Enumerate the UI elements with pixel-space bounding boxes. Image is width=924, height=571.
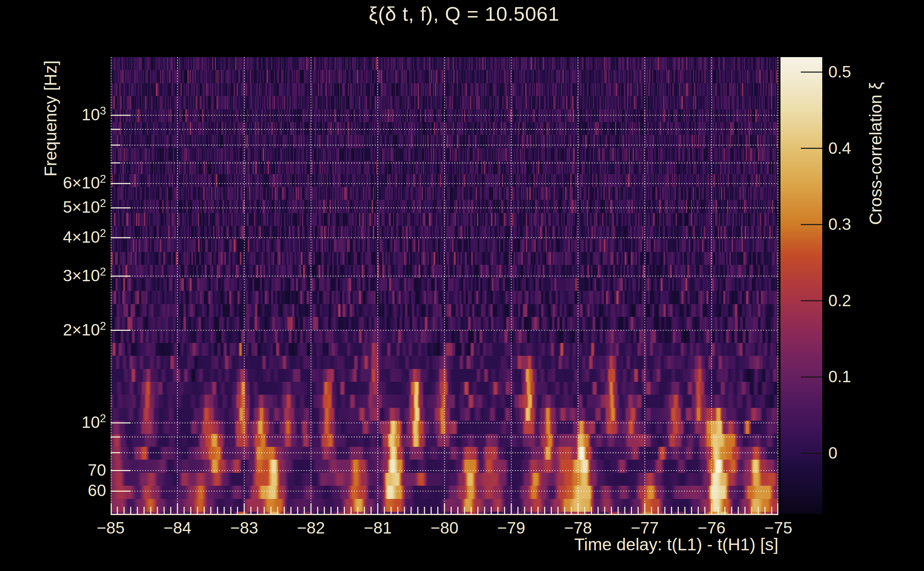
colorbar-tick-label: 0 [828, 443, 837, 463]
x-tick-label: −82 [297, 518, 325, 537]
colorbar [780, 57, 822, 514]
x-tick-label: −83 [230, 518, 258, 537]
x-tick-label: −85 [97, 518, 125, 537]
x-tick-label: −84 [164, 518, 192, 537]
x-tick-label: −77 [631, 518, 659, 537]
colorbar-label: Cross-correlation ξ [866, 82, 885, 225]
x-tick-label: −76 [698, 518, 726, 537]
spectrogram-heatmap [111, 57, 778, 515]
y-tick-label: 2×102 [3, 320, 106, 340]
y-tick-label: 6×102 [3, 173, 106, 192]
colorbar-tick-label: 0.1 [828, 367, 851, 386]
colorbar-tick-label: 0.5 [828, 62, 851, 81]
x-tick-label: −79 [498, 518, 525, 537]
x-tick-label: −81 [364, 518, 392, 537]
y-tick-label: 5×102 [3, 198, 106, 217]
chart-title: ξ(δ t, f), Q = 10.5061 [0, 2, 924, 25]
x-axis-label: Time delay: t(L1) - t(H1) [s] [457, 535, 778, 554]
x-tick-label: −78 [564, 518, 592, 537]
x-tick-label: −80 [431, 518, 459, 537]
y-tick-label: 102 [3, 412, 106, 432]
colorbar-tick-label: 0.3 [828, 215, 851, 234]
y-tick-label: 70 [3, 460, 106, 479]
x-tick-label: −75 [765, 518, 792, 537]
colorbar-tick-label: 0.2 [828, 291, 851, 310]
figure-root: ξ(δ t, f), Q = 10.5061 Frequency [Hz] Ti… [0, 0, 924, 571]
y-tick-label: 103 [3, 105, 106, 124]
y-tick-label: 60 [3, 481, 106, 500]
y-tick-label: 4×102 [3, 227, 106, 247]
y-tick-label: 3×102 [3, 265, 106, 285]
colorbar-tick-label: 0.4 [828, 139, 851, 158]
